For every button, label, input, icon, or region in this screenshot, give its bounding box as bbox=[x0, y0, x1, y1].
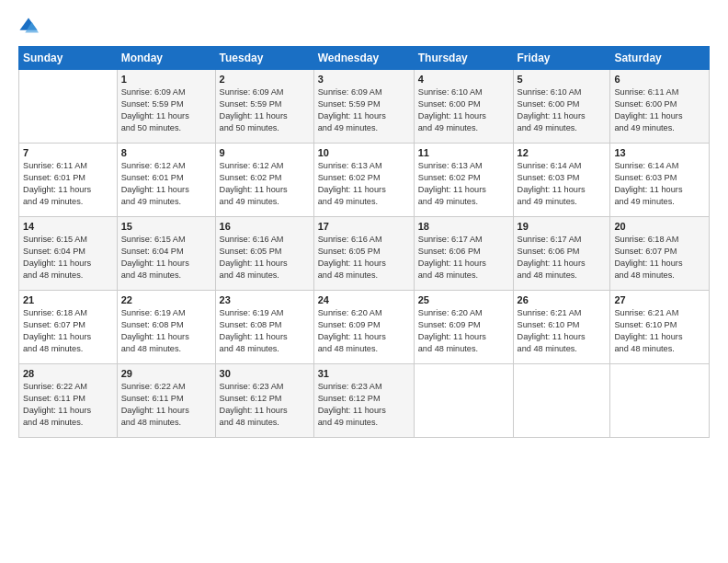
calendar-cell: 12Sunrise: 6:14 AMSunset: 6:03 PMDayligh… bbox=[513, 144, 610, 217]
day-info: Sunrise: 6:13 AMSunset: 6:02 PMDaylight:… bbox=[318, 160, 410, 208]
day-info: Sunrise: 6:11 AMSunset: 6:01 PMDaylight:… bbox=[23, 160, 113, 208]
day-number: 12 bbox=[518, 147, 607, 158]
calendar-cell: 26Sunrise: 6:21 AMSunset: 6:10 PMDayligh… bbox=[513, 291, 610, 364]
calendar-cell bbox=[414, 364, 513, 438]
day-info: Sunrise: 6:14 AMSunset: 6:03 PMDaylight:… bbox=[518, 160, 607, 208]
calendar-week-row: 28Sunrise: 6:22 AMSunset: 6:11 PMDayligh… bbox=[19, 364, 710, 438]
calendar-cell: 23Sunrise: 6:19 AMSunset: 6:08 PMDayligh… bbox=[215, 291, 313, 364]
logo bbox=[18, 17, 42, 37]
day-info: Sunrise: 6:21 AMSunset: 6:10 PMDaylight:… bbox=[518, 307, 607, 355]
day-info: Sunrise: 6:09 AMSunset: 5:59 PMDaylight:… bbox=[318, 86, 410, 134]
day-number: 30 bbox=[220, 368, 310, 379]
day-info: Sunrise: 6:10 AMSunset: 6:00 PMDaylight:… bbox=[518, 86, 607, 134]
calendar-cell: 2Sunrise: 6:09 AMSunset: 5:59 PMDaylight… bbox=[215, 70, 313, 144]
day-number: 6 bbox=[614, 74, 705, 85]
day-info: Sunrise: 6:18 AMSunset: 6:07 PMDaylight:… bbox=[23, 307, 113, 355]
day-number: 13 bbox=[614, 147, 705, 158]
day-info: Sunrise: 6:11 AMSunset: 6:00 PMDaylight:… bbox=[614, 86, 705, 134]
calendar-cell: 9Sunrise: 6:12 AMSunset: 6:02 PMDaylight… bbox=[215, 144, 313, 217]
day-info: Sunrise: 6:23 AMSunset: 6:12 PMDaylight:… bbox=[220, 381, 310, 429]
day-number: 19 bbox=[518, 221, 607, 232]
calendar-cell: 11Sunrise: 6:13 AMSunset: 6:02 PMDayligh… bbox=[414, 144, 513, 217]
day-info: Sunrise: 6:14 AMSunset: 6:03 PMDaylight:… bbox=[614, 160, 705, 208]
day-number: 20 bbox=[614, 221, 705, 232]
day-number: 29 bbox=[121, 368, 211, 379]
calendar-cell: 19Sunrise: 6:17 AMSunset: 6:06 PMDayligh… bbox=[513, 217, 610, 291]
calendar-week-row: 14Sunrise: 6:15 AMSunset: 6:04 PMDayligh… bbox=[19, 217, 710, 291]
day-info: Sunrise: 6:18 AMSunset: 6:07 PMDaylight:… bbox=[614, 234, 705, 282]
day-info: Sunrise: 6:12 AMSunset: 6:01 PMDaylight:… bbox=[121, 160, 211, 208]
calendar-week-row: 7Sunrise: 6:11 AMSunset: 6:01 PMDaylight… bbox=[19, 144, 710, 217]
day-number: 15 bbox=[121, 221, 211, 232]
calendar-cell: 3Sunrise: 6:09 AMSunset: 5:59 PMDaylight… bbox=[313, 70, 414, 144]
calendar-cell bbox=[19, 70, 118, 144]
day-info: Sunrise: 6:15 AMSunset: 6:04 PMDaylight:… bbox=[23, 234, 113, 282]
weekday-header: Monday bbox=[117, 47, 215, 70]
page: SundayMondayTuesdayWednesdayThursdayFrid… bbox=[0, 0, 728, 563]
calendar-cell: 25Sunrise: 6:20 AMSunset: 6:09 PMDayligh… bbox=[414, 291, 513, 364]
calendar-cell: 5Sunrise: 6:10 AMSunset: 6:00 PMDaylight… bbox=[513, 70, 610, 144]
calendar-body: 1Sunrise: 6:09 AMSunset: 5:59 PMDaylight… bbox=[19, 70, 710, 438]
weekday-header: Sunday bbox=[19, 47, 118, 70]
day-info: Sunrise: 6:09 AMSunset: 5:59 PMDaylight:… bbox=[121, 86, 211, 134]
day-number: 8 bbox=[121, 147, 211, 158]
calendar-cell: 10Sunrise: 6:13 AMSunset: 6:02 PMDayligh… bbox=[313, 144, 414, 217]
day-number: 16 bbox=[220, 221, 310, 232]
day-number: 1 bbox=[121, 74, 211, 85]
day-number: 23 bbox=[220, 294, 310, 305]
day-number: 4 bbox=[418, 74, 509, 85]
calendar-cell: 31Sunrise: 6:23 AMSunset: 6:12 PMDayligh… bbox=[313, 364, 414, 438]
weekday-header: Wednesday bbox=[313, 47, 414, 70]
calendar-week-row: 1Sunrise: 6:09 AMSunset: 5:59 PMDaylight… bbox=[19, 70, 710, 144]
calendar-cell: 18Sunrise: 6:17 AMSunset: 6:06 PMDayligh… bbox=[414, 217, 513, 291]
calendar-cell: 14Sunrise: 6:15 AMSunset: 6:04 PMDayligh… bbox=[19, 217, 118, 291]
calendar-cell: 8Sunrise: 6:12 AMSunset: 6:01 PMDaylight… bbox=[117, 144, 215, 217]
calendar-cell: 24Sunrise: 6:20 AMSunset: 6:09 PMDayligh… bbox=[313, 291, 414, 364]
calendar-cell: 27Sunrise: 6:21 AMSunset: 6:10 PMDayligh… bbox=[610, 291, 710, 364]
calendar-cell: 6Sunrise: 6:11 AMSunset: 6:00 PMDaylight… bbox=[610, 70, 710, 144]
calendar-cell: 15Sunrise: 6:15 AMSunset: 6:04 PMDayligh… bbox=[117, 217, 215, 291]
weekday-header: Tuesday bbox=[215, 47, 313, 70]
day-number: 21 bbox=[23, 294, 113, 305]
weekday-header: Thursday bbox=[414, 47, 513, 70]
day-number: 5 bbox=[518, 74, 607, 85]
day-number: 27 bbox=[614, 294, 705, 305]
day-info: Sunrise: 6:09 AMSunset: 5:59 PMDaylight:… bbox=[220, 86, 310, 134]
header bbox=[18, 17, 710, 37]
calendar-cell: 29Sunrise: 6:22 AMSunset: 6:11 PMDayligh… bbox=[117, 364, 215, 438]
calendar: SundayMondayTuesdayWednesdayThursdayFrid… bbox=[18, 46, 710, 438]
day-info: Sunrise: 6:23 AMSunset: 6:12 PMDaylight:… bbox=[318, 381, 410, 429]
day-info: Sunrise: 6:13 AMSunset: 6:02 PMDaylight:… bbox=[418, 160, 509, 208]
day-number: 17 bbox=[318, 221, 410, 232]
calendar-cell: 16Sunrise: 6:16 AMSunset: 6:05 PMDayligh… bbox=[215, 217, 313, 291]
day-info: Sunrise: 6:16 AMSunset: 6:05 PMDaylight:… bbox=[220, 234, 310, 282]
day-info: Sunrise: 6:19 AMSunset: 6:08 PMDaylight:… bbox=[220, 307, 310, 355]
calendar-cell: 30Sunrise: 6:23 AMSunset: 6:12 PMDayligh… bbox=[215, 364, 313, 438]
calendar-cell: 20Sunrise: 6:18 AMSunset: 6:07 PMDayligh… bbox=[610, 217, 710, 291]
calendar-cell bbox=[610, 364, 710, 438]
day-info: Sunrise: 6:12 AMSunset: 6:02 PMDaylight:… bbox=[220, 160, 310, 208]
calendar-cell: 1Sunrise: 6:09 AMSunset: 5:59 PMDaylight… bbox=[117, 70, 215, 144]
day-info: Sunrise: 6:22 AMSunset: 6:11 PMDaylight:… bbox=[121, 381, 211, 429]
calendar-cell: 13Sunrise: 6:14 AMSunset: 6:03 PMDayligh… bbox=[610, 144, 710, 217]
calendar-cell: 17Sunrise: 6:16 AMSunset: 6:05 PMDayligh… bbox=[313, 217, 414, 291]
day-info: Sunrise: 6:20 AMSunset: 6:09 PMDaylight:… bbox=[418, 307, 509, 355]
calendar-week-row: 21Sunrise: 6:18 AMSunset: 6:07 PMDayligh… bbox=[19, 291, 710, 364]
calendar-cell: 4Sunrise: 6:10 AMSunset: 6:00 PMDaylight… bbox=[414, 70, 513, 144]
day-number: 26 bbox=[518, 294, 607, 305]
day-info: Sunrise: 6:17 AMSunset: 6:06 PMDaylight:… bbox=[518, 234, 607, 282]
day-number: 18 bbox=[418, 221, 509, 232]
logo-icon bbox=[18, 17, 39, 37]
day-number: 24 bbox=[318, 294, 410, 305]
day-info: Sunrise: 6:19 AMSunset: 6:08 PMDaylight:… bbox=[121, 307, 211, 355]
calendar-cell: 28Sunrise: 6:22 AMSunset: 6:11 PMDayligh… bbox=[19, 364, 118, 438]
day-info: Sunrise: 6:17 AMSunset: 6:06 PMDaylight:… bbox=[418, 234, 509, 282]
day-info: Sunrise: 6:15 AMSunset: 6:04 PMDaylight:… bbox=[121, 234, 211, 282]
day-number: 7 bbox=[23, 147, 113, 158]
calendar-cell: 21Sunrise: 6:18 AMSunset: 6:07 PMDayligh… bbox=[19, 291, 118, 364]
day-number: 10 bbox=[318, 147, 410, 158]
weekday-header: Saturday bbox=[610, 47, 710, 70]
calendar-header: SundayMondayTuesdayWednesdayThursdayFrid… bbox=[19, 47, 710, 70]
day-number: 2 bbox=[220, 74, 310, 85]
calendar-cell: 22Sunrise: 6:19 AMSunset: 6:08 PMDayligh… bbox=[117, 291, 215, 364]
